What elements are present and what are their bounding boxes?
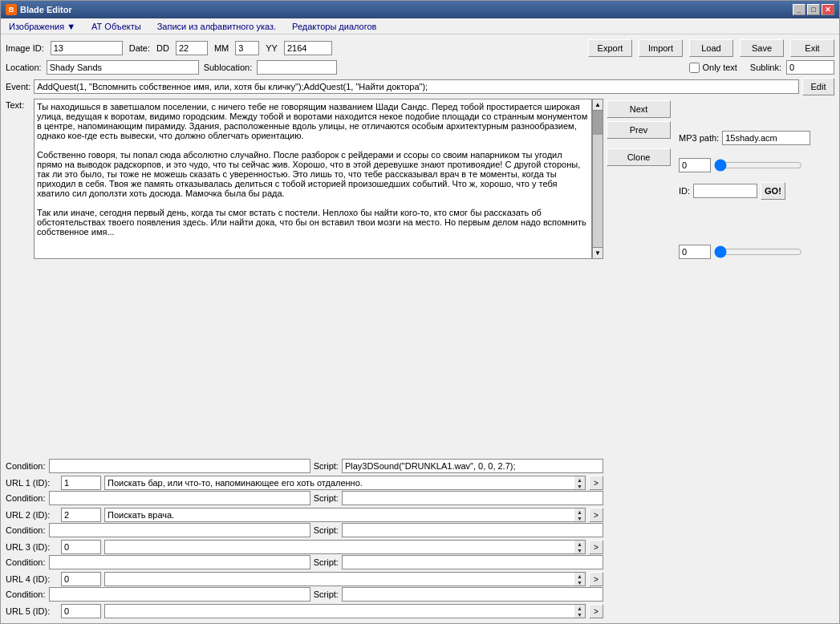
yy-input[interactable] xyxy=(284,41,332,55)
url3-id-input[interactable] xyxy=(61,540,101,554)
image-id-input[interactable] xyxy=(51,41,123,55)
minimize-button[interactable]: _ xyxy=(793,4,806,15)
prev-button[interactable]: Prev xyxy=(607,121,671,139)
sublink-input[interactable] xyxy=(786,60,834,75)
url5-text-input[interactable] xyxy=(104,604,586,618)
url4-id-input[interactable] xyxy=(61,572,101,586)
url4-condition-input[interactable] xyxy=(49,587,310,602)
url-row-2: URL 2 (ID): ▲ ▼ > xyxy=(6,508,603,522)
clone-button[interactable]: Clone xyxy=(607,148,671,166)
slider-value-input[interactable] xyxy=(679,158,711,172)
url1-spinner[interactable]: ▲ ▼ xyxy=(574,476,586,490)
export-button[interactable]: Export xyxy=(588,39,632,57)
url3-script-input[interactable] xyxy=(342,555,603,569)
url1-script-label: Script: xyxy=(314,493,339,503)
url2-text-input[interactable] xyxy=(104,508,586,522)
text-label: Text: xyxy=(6,99,34,110)
url4-condition-label: Condition: xyxy=(6,590,46,599)
url3-script-label: Script: xyxy=(314,557,339,567)
only-text-checkbox[interactable] xyxy=(689,63,700,73)
location-label: Location: xyxy=(6,63,42,72)
bottom-value-input[interactable] xyxy=(679,245,711,259)
url3-condition-input[interactable] xyxy=(49,555,310,569)
menu-at-objects[interactable]: АТ Объекты xyxy=(87,20,146,33)
url1-text-input[interactable] xyxy=(104,476,586,490)
location-input[interactable] xyxy=(47,60,199,75)
url2-condition-input[interactable] xyxy=(49,523,310,537)
next-button[interactable]: Next xyxy=(607,100,671,118)
url1-condition-row: Condition: Script: xyxy=(6,491,603,505)
url2-id-input[interactable] xyxy=(61,508,101,522)
mp3-input[interactable] xyxy=(722,131,810,145)
url3-spinner-down[interactable]: ▼ xyxy=(574,547,585,553)
bottom-slider[interactable] xyxy=(714,245,802,258)
url4-spinner-down[interactable]: ▼ xyxy=(574,579,585,586)
url1-script-input[interactable] xyxy=(342,491,603,505)
url-group-4: URL 4 (ID): ▲ ▼ > Condition: xyxy=(6,572,603,602)
event-row: Event: Edit xyxy=(6,78,834,95)
url4-condition-row: Condition: Script: xyxy=(6,587,603,602)
app-icon: B xyxy=(6,4,17,15)
url2-script-input[interactable] xyxy=(342,523,603,537)
url4-text-input[interactable] xyxy=(104,572,586,586)
load-button[interactable]: Load xyxy=(689,39,733,57)
script-label: Script: xyxy=(314,461,339,471)
mm-input[interactable] xyxy=(235,41,259,55)
url5-spinner-down[interactable]: ▼ xyxy=(574,611,585,618)
url4-spinner[interactable]: ▲ ▼ xyxy=(574,572,586,586)
url2-arrow-button[interactable]: > xyxy=(589,508,603,522)
scroll-down-button[interactable]: ▼ xyxy=(593,247,603,258)
url1-arrow-button[interactable]: > xyxy=(589,476,603,490)
url1-spinner-down[interactable]: ▼ xyxy=(574,483,585,489)
image-id-label: Image ID: xyxy=(6,43,44,53)
url1-condition-input[interactable] xyxy=(49,491,310,505)
id-input[interactable] xyxy=(693,184,757,198)
url1-id-input[interactable] xyxy=(61,476,101,490)
url4-arrow-button[interactable]: > xyxy=(589,572,603,586)
script-input[interactable] xyxy=(342,459,603,473)
url5-arrow-button[interactable]: > xyxy=(589,604,603,618)
menu-images[interactable]: Изображения ▼ xyxy=(4,20,80,33)
url3-spinner[interactable]: ▲ ▼ xyxy=(574,540,586,554)
url-group-2: URL 2 (ID): ▲ ▼ > Condition: xyxy=(6,508,603,537)
condition-input[interactable] xyxy=(49,459,310,473)
url4-script-input[interactable] xyxy=(342,587,603,602)
volume-slider[interactable] xyxy=(714,159,802,172)
save-button[interactable]: Save xyxy=(740,39,784,57)
url4-label: URL 4 (ID): xyxy=(6,574,58,584)
url2-spinner-down[interactable]: ▼ xyxy=(574,515,585,521)
url-group-5: URL 5 (ID): ▲ ▼ > xyxy=(6,604,603,618)
go-button[interactable]: GO! xyxy=(761,182,785,200)
url2-spinner[interactable]: ▲ ▼ xyxy=(574,508,586,522)
url3-text-input[interactable] xyxy=(104,540,586,554)
url2-spinner-up[interactable]: ▲ xyxy=(574,509,585,515)
url3-arrow-button[interactable]: > xyxy=(589,540,603,554)
edit-button[interactable]: Edit xyxy=(802,78,834,95)
scroll-thumb[interactable] xyxy=(593,111,603,135)
sublocation-input[interactable] xyxy=(257,60,337,75)
menu-dialog-editors[interactable]: Редакторы диалогов xyxy=(287,20,381,33)
main-window: B Blade Editor _ □ ✕ Изображения ▼ АТ Об… xyxy=(0,0,840,624)
right-buttons-panel: Next Prev Clone xyxy=(607,99,671,618)
url3-spinner-up[interactable]: ▲ xyxy=(574,541,585,547)
url4-spinner-up[interactable]: ▲ xyxy=(574,573,585,579)
url5-spinner-up[interactable]: ▲ xyxy=(574,605,585,611)
url5-id-input[interactable] xyxy=(61,604,101,618)
url-row-4: URL 4 (ID): ▲ ▼ > xyxy=(6,572,603,586)
maximize-button[interactable]: □ xyxy=(807,4,820,15)
exit-button[interactable]: Exit xyxy=(790,39,834,57)
url5-spinner[interactable]: ▲ ▼ xyxy=(574,604,586,618)
text-textarea[interactable]: Ты находишься в заветшалом поселении, с … xyxy=(34,99,592,259)
event-input[interactable] xyxy=(34,79,799,94)
url1-spinner-up[interactable]: ▲ xyxy=(574,476,585,483)
dd-label: DD xyxy=(156,43,169,53)
sublink-label: Sublink: xyxy=(750,63,781,72)
dd-input[interactable] xyxy=(176,41,208,55)
import-button[interactable]: Import xyxy=(639,39,683,57)
menu-records[interactable]: Записи из алфавитного указ. xyxy=(152,20,281,33)
mp3-row: MP3 path: xyxy=(679,131,834,145)
id-row: ID: GO! xyxy=(679,182,834,200)
url5-label: URL 5 (ID): xyxy=(6,606,58,616)
close-button[interactable]: ✕ xyxy=(822,4,834,15)
scroll-up-button[interactable]: ▲ xyxy=(593,99,603,111)
